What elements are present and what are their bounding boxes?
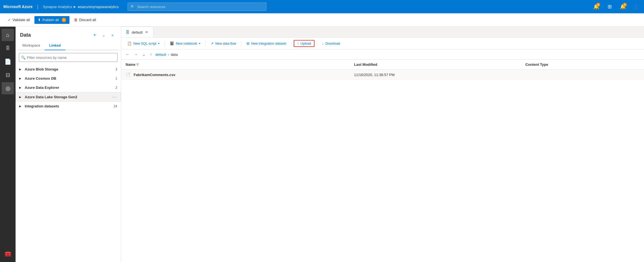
back-button[interactable]: ←	[124, 52, 131, 57]
validate-label: Validate all	[13, 18, 30, 22]
sql-script-icon: 📋	[127, 41, 132, 46]
data-panel-header: Data + ⌄ «	[16, 27, 121, 41]
search-bar[interactable]: 🔍 Search resources	[128, 2, 266, 11]
chevron-down-icon: ▾	[158, 42, 159, 45]
breadcrumb-nav: ← → ⌄ ↑ default › data	[121, 49, 644, 60]
tree-item-label: Azure Data Lake Storage Gen2	[25, 95, 111, 99]
more-options-icon[interactable]: ···	[112, 95, 117, 99]
col-type-header[interactable]: Content Type	[525, 62, 640, 67]
sidebar-home-button[interactable]: ⌂	[2, 29, 14, 41]
main-toolbar: ✓ Validate all ⬆ Publish all 1 🗑 Discard…	[0, 13, 644, 27]
search-wrapper: 🔍	[19, 53, 118, 62]
alerts-button[interactable]: 🔔 5	[618, 2, 627, 11]
discard-all-button[interactable]: 🗑 Discard all	[71, 16, 99, 24]
tree-item-label: Azure Blob Storage	[25, 67, 114, 71]
checkmark-icon: ✓	[8, 18, 11, 22]
publish-all-button[interactable]: ⬆ Publish all 1	[34, 16, 69, 24]
home-icon: ⌂	[6, 32, 9, 38]
document-icon: 📄	[4, 58, 11, 65]
publish-label: Publish all	[43, 18, 59, 22]
sidebar-data-button[interactable]: 📄	[2, 56, 14, 68]
main-layout: ⌂ 🗄 📄 ⊟ ◎ 🧰 Data + ⌄	[0, 27, 644, 262]
file-row[interactable]: 📄 FabrikamComments.csv 11/16/2020, 11:38…	[121, 70, 644, 80]
upload-button[interactable]: ↑ Upload	[294, 40, 314, 47]
search-container: 🔍	[16, 50, 121, 65]
chevron-right-icon: ▶	[19, 86, 24, 89]
col-name-header[interactable]: Name ▽	[126, 62, 354, 67]
collapse-panel-button[interactable]: «	[109, 31, 116, 39]
validate-all-button[interactable]: ✓ Validate all	[4, 16, 33, 24]
forward-button[interactable]: →	[133, 52, 139, 57]
tree-item-count: 1	[115, 77, 117, 80]
nav-breadcrumb: Synapse Analytics ▶ wsazuresynapseanalyt…	[43, 5, 119, 9]
download-button[interactable]: ↓ Download	[319, 40, 343, 47]
dropdown-button[interactable]: ⌄	[141, 52, 147, 57]
nav-icons: 🔔 3 ⊞ 🔔 5 👤	[592, 2, 641, 11]
breadcrumb-part-default[interactable]: default	[155, 52, 166, 57]
tree-list: ▶ Azure Blob Storage 3 ▶ Azure Cosmos DB…	[16, 65, 121, 262]
filter-resources-button[interactable]: ⌄	[100, 31, 108, 39]
account-icon: 👤	[633, 4, 639, 10]
filter-resources-input[interactable]	[19, 53, 118, 62]
content-area: 🗄 default ✕ 📋 New SQL script ▾ 📓 New not…	[121, 27, 644, 262]
new-notebook-button[interactable]: 📓 New notebook ▾	[167, 40, 203, 47]
data-panel-actions: + ⌄ «	[91, 31, 116, 39]
tab-linked[interactable]: Linked	[45, 41, 65, 50]
up-button[interactable]: ↑	[149, 52, 153, 57]
search-placeholder-text: Search resources	[137, 5, 166, 9]
grid-button[interactable]: ⊞	[605, 2, 614, 11]
search-icon: 🔍	[131, 5, 135, 9]
storage-tab-icon: 🗄	[126, 30, 129, 34]
file-modified-cell: 11/16/2020, 11:38:57 PM	[354, 73, 525, 77]
new-data-flow-button[interactable]: ↗ New data flow	[208, 40, 239, 47]
notifications-button[interactable]: 🔔 3	[592, 2, 601, 11]
tree-item-cosmos-db[interactable]: ▶ Azure Cosmos DB 1	[16, 74, 121, 83]
download-label: Download	[325, 42, 340, 46]
dataset-icon: ⊞	[246, 41, 249, 46]
tree-item-integration-datasets[interactable]: ▶ Integration datasets 24	[16, 102, 121, 111]
content-tab-default[interactable]: 🗄 default ✕	[121, 27, 153, 37]
add-resource-button[interactable]: +	[91, 31, 99, 39]
sidebar-database-button[interactable]: 🗄	[2, 42, 14, 54]
upload-label: Upload	[301, 42, 311, 46]
monitor-icon: ◎	[6, 85, 10, 92]
sidebar-monitor-button[interactable]: ◎	[2, 82, 14, 94]
close-tab-button[interactable]: ✕	[145, 30, 149, 35]
action-toolbar: 📋 New SQL script ▾ 📓 New notebook ▾ ↗ Ne…	[121, 38, 644, 49]
tree-item-label: Azure Data Explorer	[25, 85, 114, 90]
new-integration-dataset-button[interactable]: ⊞ New integration dataset	[244, 40, 289, 47]
tree-item-count: 2	[115, 86, 117, 90]
file-name-cell: 📄 FabrikamComments.csv	[126, 72, 354, 77]
filter-icon: ⌄	[102, 33, 105, 37]
sidebar-icons: ⌂ 🗄 📄 ⊟ ◎ 🧰	[0, 27, 16, 262]
breadcrumb-path: default › data	[155, 52, 178, 57]
sidebar-pipeline-button[interactable]: ⊟	[2, 69, 14, 81]
panel-tabs: Workspace Linked	[18, 41, 119, 50]
col-modified-header[interactable]: Last Modified	[354, 62, 525, 67]
alerts-badge: 5	[623, 3, 627, 7]
breadcrumb-part-data: data	[171, 52, 178, 57]
upload-icon: ⬆	[38, 18, 41, 22]
new-sql-script-button[interactable]: 📋 New SQL script ▾	[124, 40, 162, 47]
tree-item-count: 3	[115, 67, 117, 71]
service-name[interactable]: Synapse Analytics	[43, 5, 72, 9]
account-button[interactable]: 👤	[632, 2, 641, 11]
chevron-right-icon: ▶	[19, 105, 24, 108]
manage-icon: 🧰	[4, 250, 11, 257]
toolbar-divider	[241, 41, 241, 46]
file-table-header: Name ▽ Last Modified Content Type	[121, 60, 644, 70]
tree-item-count: 24	[114, 104, 117, 108]
toolbar-divider	[317, 41, 317, 46]
chevron-right-icon: ▶	[19, 77, 24, 80]
tree-item-data-explorer[interactable]: ▶ Azure Data Explorer 2	[16, 83, 121, 92]
sidebar-manage-button[interactable]: 🧰	[2, 248, 14, 260]
tree-item-blob-storage[interactable]: ▶ Azure Blob Storage 3	[16, 65, 121, 74]
chevron-right-icon: ▶	[19, 95, 24, 99]
file-icon: 📄	[126, 72, 130, 77]
tab-workspace[interactable]: Workspace	[18, 41, 45, 50]
nav-separator: |	[37, 4, 38, 10]
dataflow-icon: ↗	[211, 41, 214, 46]
tree-item-datalake-gen2[interactable]: ▶ Azure Data Lake Storage Gen2 ···	[16, 92, 121, 102]
azure-brand: Microsoft Azure	[3, 4, 33, 9]
workspace-name[interactable]: wsazuresynapseanalytics	[78, 5, 118, 9]
